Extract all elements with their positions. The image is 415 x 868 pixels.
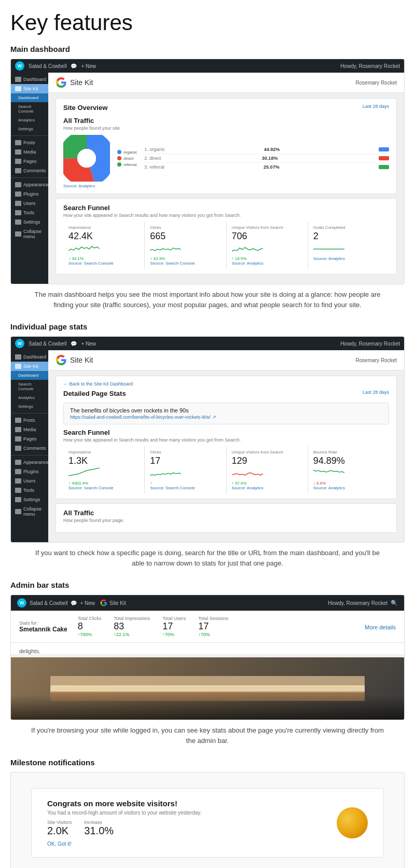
clicks-sparkline-2	[150, 467, 181, 478]
sidebar-tools-2[interactable]: Tools	[11, 486, 48, 495]
pie-legend: organic direct referral	[117, 150, 137, 167]
impressions-sparkline	[68, 243, 100, 253]
sidebar-settings-wp-2[interactable]: Settings	[11, 495, 48, 504]
page-url[interactable]: https://salad-and-cowbell.com/benefits-o…	[70, 415, 382, 420]
wp-layout-1: Dashboard Site Kit Dashboard Search Cons…	[11, 73, 404, 284]
sf-title-2: Search Funnel	[63, 429, 389, 436]
admin-bar-user-2: Howdy, Rosemary Rocket	[340, 341, 400, 347]
sidebar-users[interactable]: Users	[11, 199, 48, 208]
media-icon-2	[15, 427, 21, 432]
sidebar-posts-2[interactable]: Posts	[11, 416, 48, 425]
milestone-title: Congrats on more website visitors!	[47, 799, 326, 808]
metric-impressions-2: Impressions 1.3K ↑ 4303.4% Source: Searc…	[63, 447, 145, 493]
admin-bar-new-1[interactable]: + New	[81, 63, 96, 69]
pages-icon	[15, 159, 21, 164]
tools-icon-2	[15, 488, 21, 493]
date-range-1[interactable]: Last 28 days	[363, 104, 389, 109]
wp-logo-1: W	[15, 61, 24, 71]
main-dashboard-section: Main dashboard W Salad & Cowbell 💬 + New…	[10, 45, 405, 310]
sidebar-sk-dashboard[interactable]: Dashboard	[11, 93, 48, 102]
wp-admin-bar-3: W Salad & Cowbell 💬 + New Site Kit Howdy…	[11, 595, 404, 611]
admin-bar-new-3[interactable]: + New	[80, 600, 95, 606]
admin-bar-search-icon[interactable]: 🔍	[391, 600, 398, 607]
dashboard-icon-2	[15, 354, 21, 360]
sidebar-plugins[interactable]: Plugins	[11, 189, 48, 199]
sidebar-collapse[interactable]: Collapse menu	[11, 227, 48, 241]
referral-bar	[379, 165, 389, 169]
sidebar-plugins-2[interactable]: Plugins	[11, 467, 48, 476]
sidebar-pages[interactable]: Pages	[11, 157, 48, 166]
sidebar-posts[interactable]: Posts	[11, 138, 48, 147]
sitekit-icon	[15, 86, 21, 91]
search-funnel-card-1: Search Funnel How your site appeared in …	[56, 198, 397, 274]
cake-layer-1	[50, 676, 365, 686]
legend-referral: referral	[117, 162, 137, 167]
admin-bar-new-2[interactable]: + New	[81, 341, 96, 347]
sidebar-tools[interactable]: Tools	[11, 208, 48, 217]
sidebar-media-2[interactable]: Media	[11, 425, 48, 434]
legend-organic: organic	[117, 150, 137, 155]
sidebar-pages-2[interactable]: Pages	[11, 434, 48, 444]
section-title-admin-bar: Admin bar stats	[10, 581, 405, 589]
sidebar-settings-2[interactable]: Settings	[11, 402, 48, 411]
sidebar-dashboard-2[interactable]: Dashboard	[11, 352, 48, 362]
all-traffic-title: All Traffic	[63, 117, 389, 125]
sidebar-sk-dashboard-2[interactable]: Dashboard	[11, 371, 48, 380]
admin-stat-users: Total Users 17 ↑70%	[162, 616, 186, 637]
admin-bar-comment-2: 💬	[71, 341, 77, 347]
visitors-sparkline-2	[232, 467, 263, 478]
sidebar-settings[interactable]: Settings	[11, 217, 48, 227]
milestone-cta-button[interactable]: OK, Got it!	[47, 841, 326, 847]
impressions-change-ab: ↑22.1%	[114, 632, 150, 637]
more-details-link[interactable]: More details	[365, 624, 396, 630]
users-change-ab: ↑70%	[162, 632, 186, 637]
sidebar-search-console[interactable]: Search Console	[11, 102, 48, 116]
sk-user-1: Rosemary Rocket	[356, 80, 397, 86]
sidebar-collapse-2[interactable]: Collapse menu	[11, 504, 48, 519]
media-icon	[15, 149, 21, 155]
wp-main-2: Site Kit Rosemary Rocket ← Back to the S…	[48, 350, 404, 542]
sk-user-2: Rosemary Rocket	[356, 357, 397, 363]
sidebar-appearance[interactable]: Appearance	[11, 180, 48, 189]
sf-title-1: Search Funnel	[63, 204, 389, 212]
page-title-text: The benefits of bicycles over rockets in…	[70, 407, 382, 414]
clicks-label: Total Clicks	[78, 616, 102, 621]
sidebar-media[interactable]: Media	[11, 147, 48, 157]
sidebar-sc-2[interactable]: Search Console	[11, 380, 48, 393]
sidebar-comments-2[interactable]: Comments	[11, 444, 48, 453]
wp-sidebar-2: Dashboard Site Kit Dashboard Search Cons…	[11, 350, 48, 542]
card-header-1: Site Overview Last 28 days	[63, 104, 389, 113]
section-title-main-dashboard: Main dashboard	[10, 45, 405, 53]
back-link[interactable]: ← Back to the Site Kit Dashboard	[63, 381, 389, 387]
page-body-area: delights.	[11, 643, 404, 654]
direct-dot	[117, 156, 121, 160]
sidebar-sitekit-2[interactable]: Site Kit	[11, 362, 48, 371]
admin-bar-site-name-1: Salad & Cowbell	[29, 63, 66, 69]
sd3	[11, 413, 48, 414]
site-overview-card: Site Overview Last 28 days All Traffic H…	[56, 98, 397, 194]
all-traffic-card-2: All Traffic How people found your page.	[56, 503, 397, 533]
metric-visitors-2: Unique Visitors from Search 129 ↑ 37.4% …	[227, 447, 308, 493]
date-range-2[interactable]: Last 28 days	[363, 390, 389, 395]
sidebar-dashboard-1[interactable]: Dashboard	[11, 75, 48, 84]
sd4	[11, 455, 48, 456]
sidebar-users-2[interactable]: Users	[11, 476, 48, 486]
admin-bar-sk-text: Site Kit	[109, 600, 126, 606]
collapse-icon-2	[15, 509, 21, 514]
sidebar-comments[interactable]: Comments	[11, 166, 48, 175]
sidebar-analytics[interactable]: Analytics	[11, 116, 48, 125]
admin-bar-screenshot: W Salad & Cowbell 💬 + New Site Kit Howdy…	[10, 595, 405, 720]
metric-clicks-2: Clicks 17 ↑ Source: Search Console	[145, 447, 226, 493]
wp-admin-bar-2: W Salad & Cowbell 💬 + New Howdy, Rosemar…	[11, 337, 404, 350]
page-title: Key features	[10, 10, 405, 35]
wp-layout-2: Dashboard Site Kit Dashboard Search Cons…	[11, 350, 404, 542]
sessions-change-ab: ↑70%	[198, 632, 228, 637]
sidebar-analytics-2[interactable]: Analytics	[11, 393, 48, 402]
stats-for-block: Stats for: Smetannik Cake	[19, 621, 67, 633]
sidebar-settings-sk[interactable]: Settings	[11, 125, 48, 133]
sitekit-icon-2	[15, 364, 21, 369]
referral-dot	[117, 162, 121, 167]
sidebar-appearance-2[interactable]: Appearance	[11, 458, 48, 467]
pie-chart-svg	[63, 135, 110, 182]
sidebar-sitekit-1[interactable]: Site Kit	[11, 84, 48, 93]
